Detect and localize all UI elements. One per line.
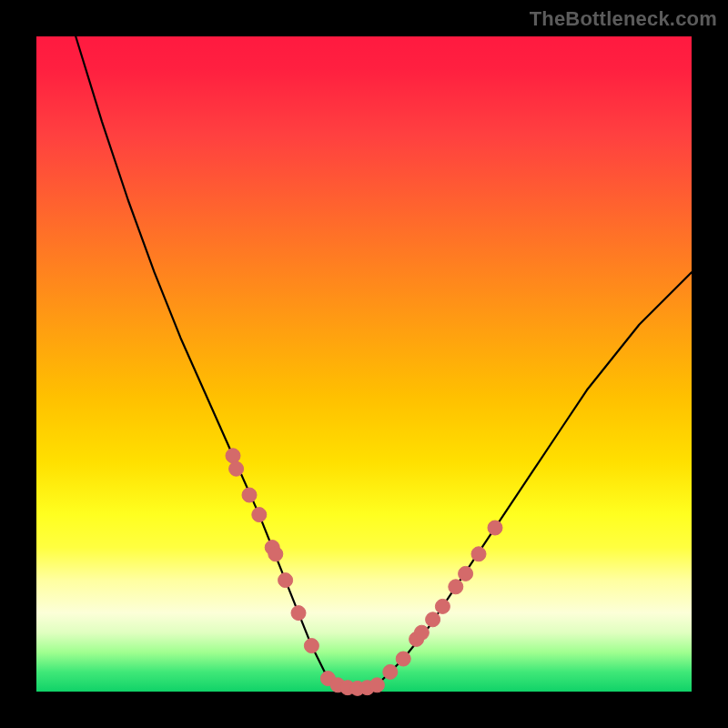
chart-frame: TheBottleneck.com (0, 0, 728, 728)
data-point (226, 449, 240, 463)
data-point (291, 606, 306, 621)
data-point (383, 664, 398, 679)
bottleneck-curve (76, 36, 692, 688)
data-point (369, 678, 384, 693)
series-dots (226, 449, 502, 696)
data-point (459, 566, 473, 581)
data-point (242, 488, 257, 502)
data-point (252, 508, 267, 522)
data-point (268, 547, 283, 561)
data-point (414, 625, 429, 640)
data-point (278, 573, 293, 588)
data-point (488, 521, 502, 535)
data-point (471, 547, 486, 561)
data-point (304, 639, 318, 653)
plot-area (36, 36, 692, 692)
series-line (76, 36, 692, 688)
data-point (426, 612, 440, 627)
data-point (396, 652, 410, 666)
data-point (449, 580, 463, 594)
chart-svg (36, 36, 692, 692)
watermark-text: TheBottleneck.com (530, 7, 717, 31)
data-point (435, 599, 450, 613)
data-point (229, 461, 244, 476)
